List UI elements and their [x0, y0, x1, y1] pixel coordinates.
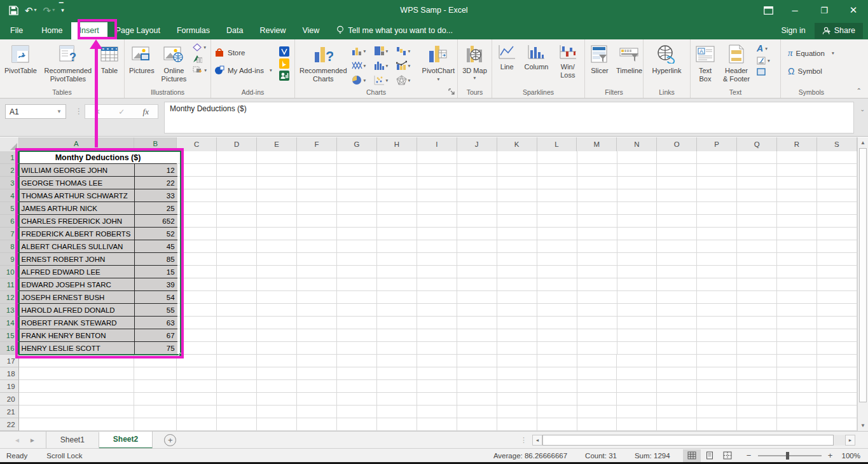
- cell-P6[interactable]: [697, 215, 737, 228]
- undo-dropdown-icon[interactable]: ▾: [34, 8, 37, 13]
- cell-G14[interactable]: [337, 317, 377, 329]
- column-header-F[interactable]: F: [297, 137, 337, 151]
- cell-F5[interactable]: [297, 202, 337, 215]
- cell-G18[interactable]: [337, 367, 377, 380]
- cell-H14[interactable]: [377, 317, 417, 329]
- cell-K15[interactable]: [497, 329, 537, 342]
- cell-O21[interactable]: [657, 406, 697, 418]
- cell-J8[interactable]: [457, 240, 497, 253]
- minimize-button[interactable]: ─: [780, 0, 809, 20]
- cell-M7[interactable]: [577, 228, 617, 240]
- insert-statistic-chart-button[interactable]: ▾: [373, 58, 394, 72]
- undo-icon[interactable]: ↶▾: [25, 6, 37, 15]
- cell-N19[interactable]: [617, 380, 657, 393]
- cell-H21[interactable]: [377, 406, 417, 418]
- cell-R7[interactable]: [777, 228, 817, 240]
- cell-S20[interactable]: [817, 393, 857, 406]
- cell-P17[interactable]: [697, 355, 737, 367]
- cell-N7[interactable]: [617, 228, 658, 240]
- cell-K1[interactable]: [497, 151, 537, 164]
- formula-bar-expand-icon[interactable]: ⌄: [860, 106, 865, 113]
- cell-I6[interactable]: [417, 215, 457, 228]
- cell-D2[interactable]: [217, 164, 257, 177]
- addin-bing-icon[interactable]: [279, 58, 289, 69]
- cell-F18[interactable]: [297, 367, 337, 380]
- cell-C1[interactable]: [177, 151, 217, 164]
- cell-S1[interactable]: [817, 151, 857, 164]
- cell-H15[interactable]: [377, 329, 417, 342]
- tell-me-box[interactable]: Tell me what you want to do...: [336, 25, 453, 39]
- cell-H17[interactable]: [377, 355, 417, 367]
- cell-A20[interactable]: [19, 393, 135, 406]
- cell-R5[interactable]: [777, 202, 817, 215]
- cell-B5[interactable]: 25: [135, 202, 177, 215]
- cell-L10[interactable]: [537, 266, 577, 278]
- cell-R11[interactable]: [777, 278, 817, 291]
- column-header-L[interactable]: L: [537, 137, 577, 151]
- cell-R21[interactable]: [777, 406, 817, 418]
- cell-C13[interactable]: [177, 304, 217, 317]
- timeline-button[interactable]: Timeline: [613, 41, 645, 76]
- cell-C2[interactable]: [177, 164, 217, 177]
- cell-D13[interactable]: [217, 304, 257, 317]
- tab-page-layout[interactable]: Page Layout: [107, 22, 169, 39]
- cell-L8[interactable]: [537, 240, 577, 253]
- cell-D19[interactable]: [217, 380, 257, 393]
- cell-L9[interactable]: [537, 253, 577, 266]
- cell-G5[interactable]: [337, 202, 377, 215]
- cell-K13[interactable]: [497, 304, 537, 317]
- collapse-ribbon-icon[interactable]: ⌃: [857, 87, 862, 94]
- cell-B15[interactable]: 67: [135, 329, 177, 342]
- cell-D9[interactable]: [217, 253, 257, 266]
- cell-J22[interactable]: [457, 418, 497, 431]
- cell-M21[interactable]: [577, 406, 617, 418]
- cell-A14[interactable]: ROBERT FRANK STEWARD: [19, 317, 135, 329]
- cell-S5[interactable]: [817, 202, 857, 215]
- cell-M6[interactable]: [577, 215, 617, 228]
- cell-J17[interactable]: [457, 355, 497, 367]
- cell-O6[interactable]: [657, 215, 697, 228]
- zoom-in-icon[interactable]: +: [827, 451, 834, 460]
- cell-N2[interactable]: [617, 164, 658, 177]
- cell-F13[interactable]: [297, 304, 337, 317]
- scroll-up-icon[interactable]: ▲: [858, 137, 868, 148]
- status-sum[interactable]: Sum: 1294: [626, 452, 679, 460]
- ribbon-display-options-icon[interactable]: [756, 0, 780, 20]
- cell-J12[interactable]: [457, 291, 497, 304]
- cell-R1[interactable]: [777, 151, 817, 164]
- cell-I19[interactable]: [417, 380, 457, 393]
- cell-N9[interactable]: [617, 253, 658, 266]
- cell-N18[interactable]: [617, 367, 657, 380]
- cell-H10[interactable]: [377, 266, 417, 278]
- cell-S13[interactable]: [817, 304, 857, 317]
- cell-I18[interactable]: [417, 367, 457, 380]
- cell-L22[interactable]: [537, 418, 577, 431]
- cell-O15[interactable]: [657, 329, 697, 342]
- cell-M15[interactable]: [577, 329, 617, 342]
- cell-K10[interactable]: [497, 266, 537, 278]
- cell-B4[interactable]: 33: [135, 189, 177, 202]
- save-icon[interactable]: [9, 6, 18, 15]
- zoom-slider[interactable]: [758, 455, 822, 456]
- cell-B21[interactable]: [134, 406, 177, 418]
- cell-I21[interactable]: [417, 406, 457, 418]
- cell-F4[interactable]: [297, 189, 337, 202]
- cell-Q9[interactable]: [737, 253, 777, 266]
- cell-D7[interactable]: [217, 228, 257, 240]
- cell-S21[interactable]: [817, 406, 857, 418]
- shapes-button[interactable]: ▾: [191, 43, 208, 52]
- cell-D8[interactable]: [217, 240, 257, 253]
- tab-review[interactable]: Review: [251, 22, 294, 39]
- row-header-13[interactable]: 13: [0, 304, 19, 317]
- cell-B17[interactable]: [134, 355, 177, 367]
- cell-J7[interactable]: [457, 228, 497, 240]
- page-layout-view-icon[interactable]: [701, 449, 719, 462]
- cell-M2[interactable]: [577, 164, 617, 177]
- cell-K9[interactable]: [497, 253, 537, 266]
- cell-K20[interactable]: [497, 393, 537, 406]
- cell-B2[interactable]: 12: [135, 164, 177, 177]
- cell-E2[interactable]: [257, 164, 297, 177]
- cell-F15[interactable]: [297, 329, 337, 342]
- insert-function-icon[interactable]: fx: [143, 107, 149, 117]
- column-header-C[interactable]: C: [177, 137, 217, 151]
